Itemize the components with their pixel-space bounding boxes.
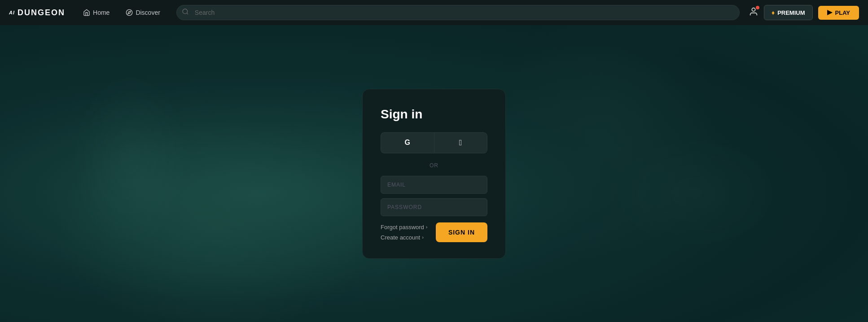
email-input[interactable] xyxy=(381,176,487,194)
svg-point-2 xyxy=(183,9,188,14)
oauth-buttons: G  xyxy=(381,132,487,153)
or-divider: OR xyxy=(381,162,487,169)
form-actions: Forgot password › Create account › SIGN … xyxy=(381,222,487,242)
nav-discover[interactable]: Discover xyxy=(118,5,167,20)
nav-home[interactable]: Home xyxy=(76,5,117,20)
signin-title: Sign in xyxy=(381,107,487,122)
navbar: AI DUNGEON Home Discover ♦ PREMIUM PLAY xyxy=(0,0,868,25)
premium-label: PREMIUM xyxy=(777,9,805,16)
logo-ai-text: AI xyxy=(9,10,15,15)
main-content: Sign in G  OR Forgot password › Create … xyxy=(0,25,868,322)
search-bar xyxy=(176,5,740,20)
search-input[interactable] xyxy=(176,5,740,20)
apple-signin-button[interactable]:  xyxy=(434,132,488,153)
user-profile-button[interactable] xyxy=(749,7,758,18)
diamond-icon: ♦ xyxy=(772,9,775,16)
chevron-right-icon-2: › xyxy=(422,235,424,240)
signin-button-label: SIGN IN xyxy=(448,229,475,236)
premium-button[interactable]: ♦ PREMIUM xyxy=(764,5,813,20)
discover-icon xyxy=(126,9,133,16)
notification-dot xyxy=(756,6,759,9)
svg-line-3 xyxy=(187,13,188,14)
play-icon xyxy=(827,10,833,15)
search-icon xyxy=(182,8,189,17)
signin-card: Sign in G  OR Forgot password › Create … xyxy=(362,89,506,259)
play-button[interactable]: PLAY xyxy=(818,6,859,20)
create-account-label: Create account xyxy=(381,234,420,241)
apple-icon:  xyxy=(459,138,462,148)
logo-dungeon-text: DUNGEON xyxy=(18,8,65,17)
forgot-password-link[interactable]: Forgot password › xyxy=(381,224,428,231)
password-input[interactable] xyxy=(381,198,487,216)
signin-button[interactable]: SIGN IN xyxy=(436,222,487,242)
svg-marker-1 xyxy=(128,11,131,14)
form-links: Forgot password › Create account › xyxy=(381,224,428,241)
forgot-password-label: Forgot password xyxy=(381,224,424,231)
svg-point-0 xyxy=(127,9,132,15)
chevron-right-icon: › xyxy=(426,224,428,230)
logo[interactable]: AI DUNGEON xyxy=(9,8,65,17)
google-icon: G xyxy=(405,139,410,147)
nav-items: Home Discover xyxy=(76,5,167,20)
nav-home-label: Home xyxy=(93,9,110,16)
svg-point-4 xyxy=(752,8,755,11)
svg-marker-5 xyxy=(827,10,833,15)
create-account-link[interactable]: Create account › xyxy=(381,234,428,241)
nav-discover-label: Discover xyxy=(136,9,160,16)
google-signin-button[interactable]: G xyxy=(381,132,434,153)
play-label: PLAY xyxy=(835,9,850,16)
home-icon xyxy=(83,9,90,16)
nav-right: ♦ PREMIUM PLAY xyxy=(749,5,859,20)
